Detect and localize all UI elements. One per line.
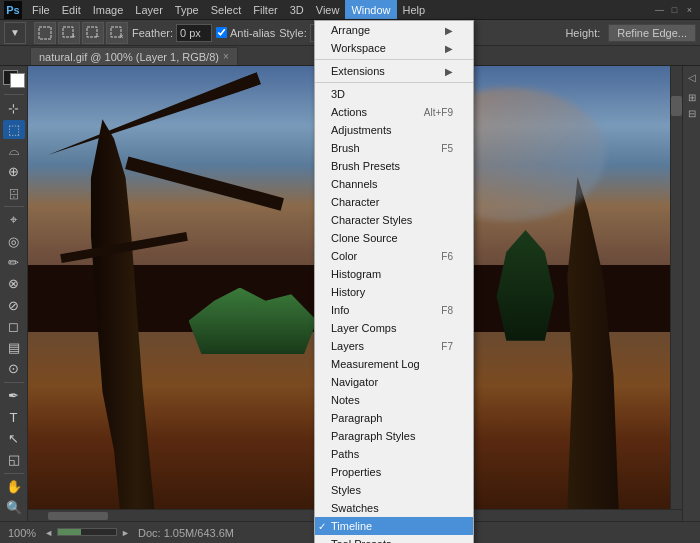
- arrange-arrow: ▶: [445, 25, 453, 36]
- svg-text:Ps: Ps: [6, 4, 19, 16]
- tool-type[interactable]: T: [3, 408, 25, 426]
- menu-info[interactable]: Info F8: [315, 301, 473, 319]
- minimize-btn[interactable]: —: [653, 3, 666, 16]
- menu-adjustments[interactable]: Adjustments: [315, 121, 473, 139]
- menu-notes[interactable]: Notes: [315, 391, 473, 409]
- menu-view[interactable]: View: [310, 0, 346, 19]
- tool-marquee[interactable]: ⬚: [3, 120, 25, 138]
- menu-character-styles[interactable]: Character Styles: [315, 211, 473, 229]
- expand-icon[interactable]: ◁: [685, 70, 699, 84]
- menu-3d[interactable]: 3D: [315, 85, 473, 103]
- menu-window[interactable]: Window: [345, 0, 396, 19]
- tool-zoom[interactable]: 🔍: [3, 499, 25, 517]
- feather-group: Feather:: [132, 24, 212, 42]
- subtract-selection-btn[interactable]: −: [82, 22, 104, 44]
- info-shortcut: F8: [441, 305, 453, 316]
- prev-arrow[interactable]: ◄: [44, 528, 53, 538]
- tool-spot-heal[interactable]: ◎: [3, 232, 25, 250]
- refine-edge-btn[interactable]: Refine Edge...: [608, 24, 696, 42]
- tool-history-brush[interactable]: ⊘: [3, 296, 25, 314]
- workspace-arrow: ▶: [445, 43, 453, 54]
- menu-paragraph-styles[interactable]: Paragraph Styles: [315, 427, 473, 445]
- tool-brush[interactable]: ✏: [3, 254, 25, 272]
- tool-sep-3: [4, 382, 24, 383]
- menu-workspace[interactable]: Workspace ▶: [315, 39, 473, 57]
- intersect-selection-btn[interactable]: ×: [106, 22, 128, 44]
- menu-layers[interactable]: Layers F7: [315, 337, 473, 355]
- tool-dodge[interactable]: ⊙: [3, 360, 25, 378]
- tool-move[interactable]: ⊹: [3, 99, 25, 117]
- maximize-btn[interactable]: □: [668, 3, 681, 16]
- menu-image[interactable]: Image: [87, 0, 130, 19]
- tool-crop[interactable]: ⌹: [3, 184, 25, 202]
- menu-type[interactable]: Type: [169, 0, 205, 19]
- tool-pen[interactable]: ✒: [3, 387, 25, 405]
- menu-paths[interactable]: Paths: [315, 445, 473, 463]
- tool-clone[interactable]: ⊗: [3, 275, 25, 293]
- menu-file[interactable]: File: [26, 0, 56, 19]
- menu-tool-presets[interactable]: Tool Presets: [315, 535, 473, 543]
- tool-quick-select[interactable]: ⊕: [3, 163, 25, 181]
- menu-character[interactable]: Character: [315, 193, 473, 211]
- selection-mode-group: + − ×: [34, 22, 128, 44]
- tool-preset-picker[interactable]: ▼: [4, 22, 26, 44]
- right-panel: ◁ ⊞ ⊟: [682, 66, 700, 521]
- menu-channels[interactable]: Channels: [315, 175, 473, 193]
- tool-hand[interactable]: ✋: [3, 478, 25, 496]
- menu-timeline[interactable]: ✓ Timeline: [315, 517, 473, 535]
- menu-histogram[interactable]: Histogram: [315, 265, 473, 283]
- menu-arrange[interactable]: Arrange ▶: [315, 21, 473, 39]
- menu-navigator[interactable]: Navigator: [315, 373, 473, 391]
- right-icon-1[interactable]: ⊞: [685, 90, 699, 104]
- tab-close-btn[interactable]: ×: [223, 51, 229, 62]
- tool-eraser[interactable]: ◻: [3, 317, 25, 335]
- document-tab[interactable]: natural.gif @ 100% (Layer 1, RGB/8) ×: [30, 47, 238, 65]
- menu-properties[interactable]: Properties: [315, 463, 473, 481]
- tool-eyedropper[interactable]: ⌖: [3, 211, 25, 229]
- menu-styles[interactable]: Styles: [315, 481, 473, 499]
- menu-help[interactable]: Help: [397, 0, 432, 19]
- menu-swatches[interactable]: Swatches: [315, 499, 473, 517]
- next-arrow[interactable]: ►: [121, 528, 130, 538]
- menu-extensions[interactable]: Extensions ▶: [315, 62, 473, 80]
- menu-history[interactable]: History: [315, 283, 473, 301]
- menu-edit[interactable]: Edit: [56, 0, 87, 19]
- menu-brush-presets[interactable]: Brush Presets: [315, 157, 473, 175]
- anti-alias-checkbox[interactable]: [216, 27, 227, 38]
- tools-panel: ⊹ ⬚ ⌓ ⊕ ⌹ ⌖ ◎ ✏ ⊗ ⊘ ◻ ▤ ⊙ ✒ T ↖ ◱ ✋ 🔍: [0, 66, 28, 521]
- layers-shortcut: F7: [441, 341, 453, 352]
- scrollbar-thumb-h[interactable]: [48, 512, 108, 520]
- menu-layer[interactable]: Layer: [129, 0, 169, 19]
- style-label: Style:: [279, 27, 307, 39]
- sep-1: [315, 59, 473, 60]
- menu-actions[interactable]: Actions Alt+F9: [315, 103, 473, 121]
- menu-brush[interactable]: Brush F5: [315, 139, 473, 157]
- brush-shortcut: F5: [441, 143, 453, 154]
- tool-path-select[interactable]: ↖: [3, 429, 25, 447]
- feather-input[interactable]: [176, 24, 212, 42]
- menu-layer-comps[interactable]: Layer Comps: [315, 319, 473, 337]
- add-selection-btn[interactable]: +: [58, 22, 80, 44]
- app-logo: Ps: [4, 1, 22, 19]
- tool-shape[interactable]: ◱: [3, 450, 25, 468]
- window-dropdown-menu: Arrange ▶ Workspace ▶ Extensions ▶ 3D Ac…: [314, 20, 474, 543]
- tab-label: natural.gif @ 100% (Layer 1, RGB/8): [39, 51, 219, 63]
- menu-paragraph[interactable]: Paragraph: [315, 409, 473, 427]
- menu-measurement-log[interactable]: Measurement Log: [315, 355, 473, 373]
- right-icon-2[interactable]: ⊟: [685, 106, 699, 120]
- vertical-scrollbar[interactable]: [670, 66, 682, 509]
- tool-gradient[interactable]: ▤: [3, 338, 25, 356]
- scrollbar-thumb-v[interactable]: [671, 96, 682, 116]
- progress-bar-area: [57, 528, 117, 536]
- menu-clone-source[interactable]: Clone Source: [315, 229, 473, 247]
- tool-lasso[interactable]: ⌓: [3, 142, 25, 160]
- menu-3d[interactable]: 3D: [284, 0, 310, 19]
- new-selection-btn[interactable]: [34, 22, 56, 44]
- close-btn[interactable]: ×: [683, 3, 696, 16]
- menu-select[interactable]: Select: [205, 0, 248, 19]
- extensions-arrow: ▶: [445, 66, 453, 77]
- menu-filter[interactable]: Filter: [247, 0, 283, 19]
- color-swatches[interactable]: [3, 70, 25, 88]
- menu-color[interactable]: Color F6: [315, 247, 473, 265]
- anti-alias-label: Anti-alias: [230, 27, 275, 39]
